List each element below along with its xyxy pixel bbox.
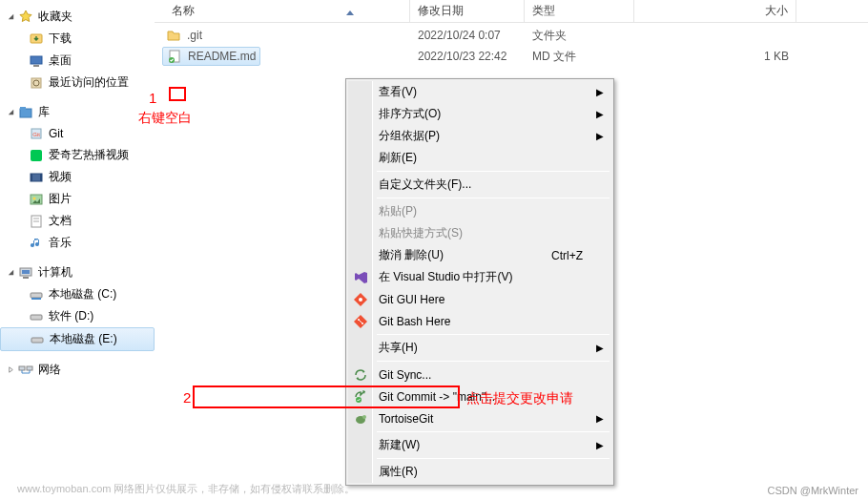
file-type-cell: MD 文件 xyxy=(525,46,634,67)
sidebar-item-drive-e[interactable]: 本地磁盘 (E:) xyxy=(0,327,155,351)
sidebar-item-pictures[interactable]: 图片 xyxy=(0,188,155,210)
tree-favorites[interactable]: 收藏夹 xyxy=(0,6,155,28)
libraries-icon xyxy=(18,105,33,120)
sidebar-item-documents[interactable]: 文档 xyxy=(0,210,155,232)
collapse-arrow-icon[interactable] xyxy=(6,107,16,117)
file-size-cell xyxy=(634,25,796,46)
menu-item[interactable]: 排序方式(O)▶ xyxy=(348,103,611,125)
menu-item[interactable]: 在 Visual Studio 中打开(V) xyxy=(348,266,611,288)
sidebar-item-iqiyi[interactable]: 爱奇艺热播视频 xyxy=(0,144,155,166)
network-icon xyxy=(18,363,33,378)
git-commit-icon xyxy=(353,389,368,405)
svg-rect-11 xyxy=(31,174,32,181)
column-date[interactable]: 修改日期 xyxy=(410,0,525,22)
watermark-text: www.toymoban.com 网络图片仅供展示，非存储，如有侵权请联系删除。 xyxy=(17,482,355,496)
menu-item-label: 粘贴(P) xyxy=(379,203,417,219)
menu-item[interactable]: 共享(H)▶ xyxy=(348,337,611,359)
svg-rect-25 xyxy=(19,366,25,370)
expand-arrow-icon[interactable] xyxy=(6,365,16,375)
sidebar-item-music[interactable]: 音乐 xyxy=(0,232,155,254)
tree-network[interactable]: 网络 xyxy=(0,359,155,381)
column-size[interactable]: 大小 xyxy=(634,0,796,22)
menu-separator xyxy=(377,334,610,335)
list-body[interactable]: .git 2022/10/24 0:07 文件夹 README.md 2022/… xyxy=(155,23,868,69)
menu-item-label: 在 Visual Studio 中打开(V) xyxy=(379,269,513,285)
tortoise-icon xyxy=(353,411,368,427)
item-label: 视频 xyxy=(49,169,72,185)
music-icon xyxy=(29,236,44,251)
git-sync-icon xyxy=(353,367,368,383)
collapse-arrow-icon[interactable] xyxy=(6,267,16,278)
item-label: 桌面 xyxy=(49,52,72,69)
video-icon xyxy=(29,170,44,185)
sidebar-item-git[interactable]: Git Git xyxy=(0,123,155,144)
svg-rect-12 xyxy=(40,174,42,181)
menu-item[interactable]: 属性(R) xyxy=(348,461,611,483)
column-type[interactable]: 类型 xyxy=(525,0,634,22)
menu-item-label: Git GUI Here xyxy=(379,293,444,306)
svg-rect-21 xyxy=(31,293,42,298)
submenu-arrow-icon: ▶ xyxy=(596,131,604,141)
drive-icon xyxy=(29,309,44,324)
recent-icon xyxy=(29,75,44,91)
credit-text: CSDN @MrkWinter xyxy=(768,485,859,496)
tree-computer[interactable]: 计算机 xyxy=(0,261,155,283)
picture-icon xyxy=(29,192,44,207)
menu-separator xyxy=(377,458,610,459)
menu-item[interactable]: 撤消 删除(U)Ctrl+Z xyxy=(348,244,611,266)
menu-separator xyxy=(377,431,610,432)
menu-separator xyxy=(377,198,610,198)
tree-label: 网络 xyxy=(38,362,61,378)
svg-point-29 xyxy=(359,298,362,302)
svg-rect-23 xyxy=(31,315,42,320)
tree-label: 库 xyxy=(38,104,50,120)
menu-item[interactable]: Git Bash Here xyxy=(348,310,611,332)
menu-separator xyxy=(377,171,610,172)
item-label: 爱奇艺热播视频 xyxy=(49,147,129,163)
menu-item: 粘贴(P) xyxy=(348,200,611,222)
svg-rect-20 xyxy=(23,277,29,279)
menu-item-label: 属性(R) xyxy=(379,464,418,480)
sidebar-item-videos[interactable]: 视频 xyxy=(0,166,155,188)
tree-label: 收藏夹 xyxy=(38,9,72,25)
sidebar-item-drive-d[interactable]: 软件 (D:) xyxy=(0,305,155,327)
tree-libraries[interactable]: 库 xyxy=(0,101,155,123)
navigation-sidebar: 收藏夹 下载 桌面 最近访问的位置 库 Git Git 爱奇艺热播视频 xyxy=(0,0,155,500)
sidebar-item-recent[interactable]: 最近访问的位置 xyxy=(0,72,155,94)
sidebar-item-drive-c[interactable]: 本地磁盘 (C:) xyxy=(0,283,155,305)
svg-rect-5 xyxy=(20,109,31,117)
svg-rect-24 xyxy=(31,338,43,343)
item-label: 软件 (D:) xyxy=(49,308,93,324)
menu-item[interactable]: 查看(V)▶ xyxy=(348,81,611,103)
file-name-cell[interactable]: .git xyxy=(162,27,206,44)
menu-item[interactable]: 自定义文件夹(F)... xyxy=(348,174,611,196)
menu-item[interactable]: 刷新(E) xyxy=(348,147,611,169)
menu-item-label: 自定义文件夹(F)... xyxy=(379,177,471,193)
svg-rect-26 xyxy=(27,366,32,370)
favorites-icon xyxy=(18,10,33,25)
item-label: 下载 xyxy=(49,31,72,47)
item-label: 图片 xyxy=(49,191,72,207)
file-date-cell: 2022/10/24 0:07 xyxy=(410,25,525,46)
list-row[interactable]: .git 2022/10/24 0:07 文件夹 xyxy=(155,25,868,46)
menu-item[interactable]: Git Sync... xyxy=(348,364,611,385)
sidebar-item-desktop[interactable]: 桌面 xyxy=(0,50,155,72)
git-lib-icon: Git xyxy=(29,126,44,141)
svg-point-14 xyxy=(33,197,36,199)
svg-rect-9 xyxy=(31,150,42,161)
menu-separator xyxy=(377,361,610,362)
submenu-arrow-icon: ▶ xyxy=(596,343,604,353)
collapse-arrow-icon[interactable] xyxy=(6,11,16,22)
item-label: 本地磁盘 (E:) xyxy=(50,331,117,347)
menu-item[interactable]: 分组依据(P)▶ xyxy=(348,125,611,147)
column-name[interactable]: 名称 xyxy=(155,0,410,22)
annotation-text-1: 右键空白 xyxy=(138,110,192,127)
menu-item[interactable]: TortoiseGit▶ xyxy=(348,407,611,429)
folder-icon xyxy=(166,28,181,43)
sidebar-item-downloads[interactable]: 下载 xyxy=(0,28,155,50)
file-name-cell[interactable]: README.md xyxy=(162,47,260,66)
menu-shortcut: Ctrl+Z xyxy=(551,249,583,262)
menu-item[interactable]: 新建(W)▶ xyxy=(348,434,611,456)
menu-item[interactable]: Git GUI Here xyxy=(348,288,611,310)
list-row[interactable]: README.md 2022/10/23 22:42 MD 文件 1 KB xyxy=(155,46,868,67)
